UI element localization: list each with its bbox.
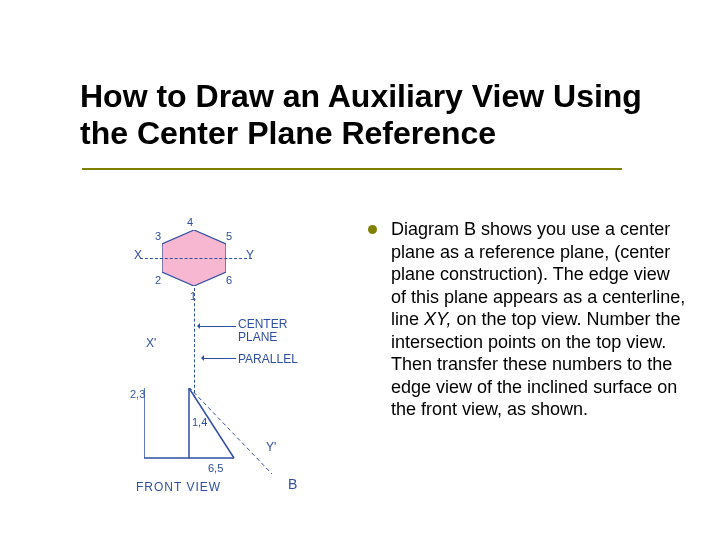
- label-65: 6,5: [208, 462, 223, 474]
- label-front-view: FRONT VIEW: [136, 480, 221, 494]
- label-6: 6: [226, 274, 232, 286]
- label-parallel: PARALLEL: [238, 352, 298, 366]
- arrow-parallel: [204, 358, 236, 359]
- label-3: 3: [155, 230, 161, 242]
- bullet-text-em: XY,: [424, 309, 451, 329]
- slide: How to Draw an Auxiliary View Using the …: [0, 0, 720, 540]
- bullet-text: Diagram B shows you use a center plane a…: [391, 218, 688, 421]
- arrow-center-plane: [200, 326, 236, 327]
- label-center-plane: CENTER PLANE: [238, 318, 287, 343]
- slide-title: How to Draw an Auxiliary View Using the …: [80, 78, 680, 152]
- bullet-item: Diagram B shows you use a center plane a…: [368, 218, 688, 421]
- label-14: 1,4: [192, 416, 207, 428]
- title-underline: [82, 168, 622, 170]
- diagram-figure: 4 3 5 2 6 1 X Y CENTER PLANE PARALLEL X': [130, 218, 330, 508]
- label-figure-letter: B: [288, 476, 297, 492]
- line-xy: [140, 258, 252, 259]
- label-23: 2,3: [130, 388, 145, 400]
- label-2: 2: [155, 274, 161, 286]
- svg-line-3: [184, 388, 272, 474]
- label-Y: Y: [246, 248, 254, 262]
- label-Y-prime: Y': [266, 440, 276, 454]
- projector-line: [194, 288, 195, 398]
- bullet-icon: [368, 225, 377, 234]
- label-4: 4: [187, 216, 193, 228]
- label-X: X: [134, 248, 142, 262]
- label-X-prime: X': [146, 336, 156, 350]
- body-text: Diagram B shows you use a center plane a…: [368, 218, 688, 421]
- label-5: 5: [226, 230, 232, 242]
